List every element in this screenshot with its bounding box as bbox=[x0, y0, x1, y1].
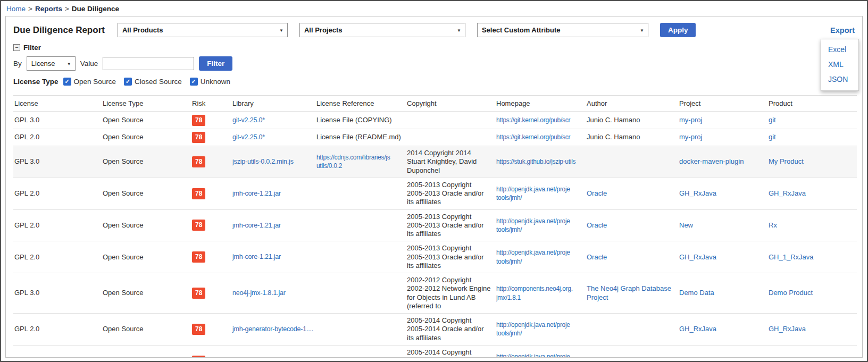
author-link[interactable]: Oracle bbox=[587, 189, 607, 197]
author-cell: Junio C. Hamano bbox=[586, 129, 678, 146]
filter-by-label: By bbox=[13, 60, 22, 68]
column-header-product[interactable]: Product bbox=[767, 96, 857, 112]
projects-dropdown[interactable]: All Projects ▼ bbox=[299, 23, 465, 37]
column-header-copyright[interactable]: Copyright bbox=[406, 96, 495, 112]
product-link[interactable]: My Product bbox=[769, 157, 804, 165]
project-link[interactable]: my-proj bbox=[679, 116, 702, 124]
risk-badge: 78 bbox=[192, 156, 205, 167]
risk-badge: 78 bbox=[192, 356, 205, 358]
risk-badge: 78 bbox=[192, 220, 205, 231]
breadcrumb-home-link[interactable]: Home bbox=[6, 5, 26, 13]
homepage-link[interactable]: http://openjdk.java.net/proje tools/jmh/ bbox=[496, 186, 570, 201]
homepage-link[interactable]: https://stuk.github.io/jszip-utils bbox=[496, 158, 575, 165]
project-link[interactable]: New bbox=[679, 221, 693, 229]
copyright-cell bbox=[406, 112, 495, 129]
product-cell: Rx bbox=[767, 209, 857, 241]
product-link[interactable]: GH_1_RxJava bbox=[769, 253, 814, 261]
apply-button[interactable]: Apply bbox=[660, 23, 696, 37]
column-header-homepage[interactable]: Homepage bbox=[495, 96, 586, 112]
homepage-link[interactable]: http://openjdk.java.net/proje tools/jmh/ bbox=[496, 249, 570, 265]
risk-badge: 78 bbox=[192, 324, 205, 335]
collapse-icon[interactable]: − bbox=[13, 44, 20, 51]
product-link[interactable]: git bbox=[769, 116, 776, 124]
column-header-risk[interactable]: Risk bbox=[191, 96, 231, 112]
open-source-checkbox[interactable]: ✓ bbox=[63, 78, 71, 86]
export-json-option[interactable]: JSON bbox=[828, 75, 858, 83]
breadcrumb-reports-link[interactable]: Reports bbox=[35, 5, 62, 13]
column-header-license-reference[interactable]: License Reference bbox=[315, 96, 406, 112]
closed-source-checkbox[interactable]: ✓ bbox=[124, 78, 132, 86]
filter-button[interactable]: Filter bbox=[199, 56, 232, 71]
column-header-license[interactable]: License bbox=[13, 96, 102, 112]
author-link[interactable]: Oracle bbox=[587, 253, 607, 261]
author-link[interactable]: The Neo4j Graph Database Project bbox=[587, 284, 671, 301]
export-link[interactable]: Export bbox=[830, 26, 855, 35]
filter-value-input[interactable] bbox=[103, 57, 194, 70]
product-cell: GH_RxJava bbox=[767, 178, 857, 209]
custom-attribute-dropdown[interactable]: Select Custom Attribute ▼ bbox=[477, 23, 648, 37]
library-link[interactable]: jmh-generator-bytecode-1.... bbox=[232, 357, 313, 358]
project-cell: New bbox=[678, 209, 767, 241]
open-source-checkbox-item[interactable]: ✓ Open Source bbox=[63, 78, 116, 86]
filter-by-dropdown[interactable]: License ▼ bbox=[27, 56, 76, 71]
export-excel-option[interactable]: Excel bbox=[828, 45, 858, 54]
license-type-label: License Type bbox=[13, 78, 59, 86]
table-row: GPL 2.0Open Source78git-v2.25.0*License … bbox=[13, 129, 857, 146]
homepage-link[interactable]: http://openjdk.java.net/proje tools/jmh/ bbox=[496, 321, 570, 337]
breadcrumb-separator: > bbox=[65, 5, 69, 13]
column-header-project[interactable]: Project bbox=[678, 96, 767, 112]
export-menu: Excel XML JSON bbox=[821, 39, 859, 91]
library-link[interactable]: jmh-core-1.21.jar bbox=[232, 253, 281, 260]
project-link[interactable]: GH_RxJava bbox=[679, 189, 716, 197]
homepage-link[interactable]: http://components.neo4j.org. jmx/1.8.1 bbox=[496, 285, 573, 301]
filter-section-header[interactable]: − Filter bbox=[13, 43, 855, 56]
product-link[interactable]: git bbox=[769, 133, 776, 141]
project-link[interactable]: Demo Data bbox=[679, 289, 714, 297]
product-link[interactable]: GH_RxJava bbox=[769, 325, 806, 333]
filter-controls-row: By License ▼ Value Filter bbox=[13, 56, 855, 78]
breadcrumb-current: Due Diligence bbox=[72, 5, 119, 13]
library-link[interactable]: jmh-generator-bytecode-1.... bbox=[232, 325, 313, 333]
author-cell bbox=[586, 345, 678, 358]
project-link[interactable]: GH_RxJava bbox=[679, 325, 716, 333]
homepage-link[interactable]: http://openjdk.java.net/proje tools/jmh/ bbox=[496, 217, 570, 233]
column-header-license-type[interactable]: License Type bbox=[102, 96, 191, 112]
breadcrumb-separator: > bbox=[28, 5, 32, 13]
homepage-link[interactable]: https://git.kernel.org/pub/scr bbox=[496, 116, 570, 124]
product-link[interactable]: Rx bbox=[769, 357, 777, 358]
author-link[interactable]: Oracle bbox=[587, 221, 607, 229]
license-type-cell: Open Source bbox=[102, 314, 191, 346]
library-link[interactable]: neo4j-jmx-1.8.1.jar bbox=[232, 289, 286, 297]
project-link[interactable]: docker-maven-plugin bbox=[679, 157, 744, 165]
project-link[interactable]: my-proj bbox=[679, 133, 702, 141]
homepage-link[interactable]: http://openjdk.java.net/proje tools/jmh/ bbox=[496, 353, 570, 358]
library-cell: git-v2.25.0* bbox=[231, 112, 315, 129]
export-xml-option[interactable]: XML bbox=[828, 60, 858, 69]
product-link[interactable]: Demo Product bbox=[769, 289, 813, 297]
copyright-cell: 2005-2014 Copyright 2005-2014 Oracle and… bbox=[406, 345, 495, 358]
product-link[interactable]: GH_RxJava bbox=[769, 189, 806, 197]
table-row: GPL 3.0Open Source78neo4j-jmx-1.8.1.jar2… bbox=[13, 273, 857, 314]
library-link[interactable]: git-v2.25.0* bbox=[232, 116, 265, 124]
license-reference-cell bbox=[315, 241, 406, 273]
risk-cell: 78 bbox=[191, 273, 231, 314]
project-link[interactable]: New bbox=[679, 357, 693, 358]
author-cell: Oracle bbox=[586, 178, 678, 209]
unknown-checkbox-item[interactable]: ✓ Unknown bbox=[190, 78, 230, 86]
table-header: License License Type Risk Library Licens… bbox=[13, 96, 857, 112]
homepage-link[interactable]: https://git.kernel.org/pub/scr bbox=[496, 133, 570, 141]
closed-source-checkbox-item[interactable]: ✓ Closed Source bbox=[124, 78, 182, 86]
library-link[interactable]: jszip-utils-0.0.2.min.js bbox=[232, 158, 294, 165]
library-link[interactable]: jmh-core-1.21.jar bbox=[232, 190, 281, 197]
column-header-library[interactable]: Library bbox=[231, 96, 315, 112]
license-reference-link[interactable]: https://cdnjs.com/libraries/js utils/0.0… bbox=[316, 154, 390, 170]
product-link[interactable]: Rx bbox=[769, 221, 777, 229]
project-link[interactable]: GH_RxJava bbox=[679, 253, 716, 261]
license-reference-cell: https://cdnjs.com/libraries/js utils/0.0… bbox=[315, 146, 406, 178]
toolbar: Due Diligence Report All Products ▼ All … bbox=[13, 16, 855, 43]
library-link[interactable]: git-v2.25.0* bbox=[232, 133, 265, 141]
column-header-author[interactable]: Author bbox=[586, 96, 678, 112]
products-dropdown[interactable]: All Products ▼ bbox=[118, 23, 288, 37]
unknown-checkbox[interactable]: ✓ bbox=[190, 78, 198, 86]
library-link[interactable]: jmh-core-1.21.jar bbox=[232, 222, 281, 229]
